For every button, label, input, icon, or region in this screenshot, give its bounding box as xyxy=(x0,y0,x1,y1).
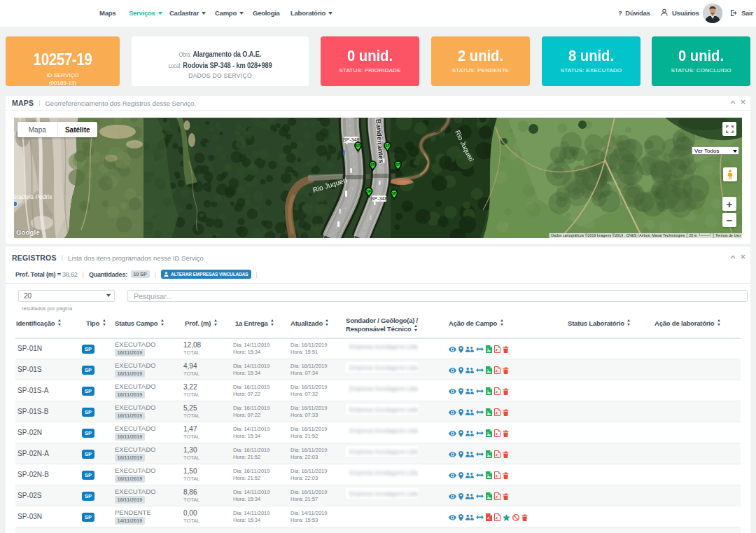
svg-text:SP: SP xyxy=(370,163,374,167)
svg-text:SP: SP xyxy=(367,190,371,193)
svg-text:SP-348: SP-348 xyxy=(343,137,359,142)
svg-text:SP-348: SP-348 xyxy=(371,196,387,201)
svg-text:neradora Pedrix: neradora Pedrix xyxy=(14,193,52,200)
svg-text:SP: SP xyxy=(356,144,360,148)
svg-text:SP: SP xyxy=(385,144,389,148)
svg-text:SP: SP xyxy=(396,163,400,167)
svg-text:SP: SP xyxy=(392,192,396,195)
